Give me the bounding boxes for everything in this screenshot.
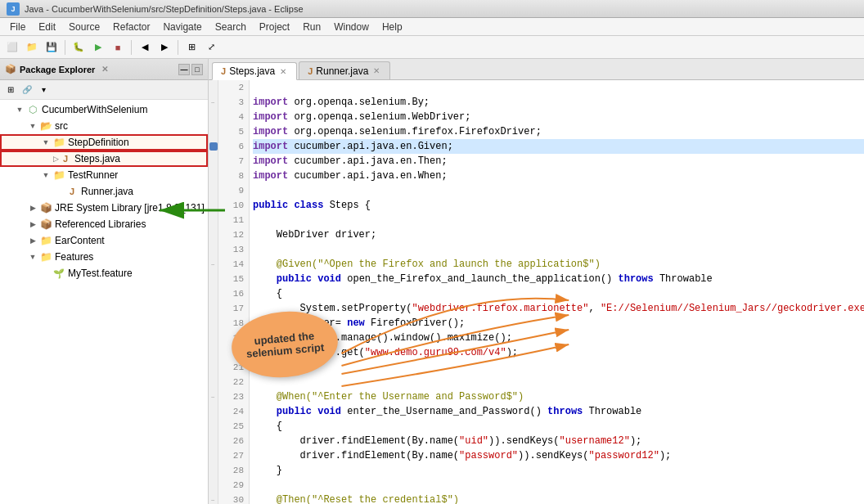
- panel-maximize-btn[interactable]: □: [191, 64, 203, 75]
- left-panel: 📦 Package Explorer ✕ — □ ⊞ 🔗 ▾ ▼ ⬡ Cucum…: [0, 59, 209, 504]
- menu-edit[interactable]: Edit: [32, 20, 62, 34]
- gutter-30[interactable]: −: [209, 493, 218, 504]
- code-line-21: }: [253, 360, 864, 375]
- code-line-13: [253, 242, 864, 257]
- toggle[interactable]: ▼: [26, 119, 39, 133]
- toggle-empty: [52, 185, 65, 198]
- ln-14: 14: [218, 257, 249, 272]
- panel-link-btn[interactable]: 🔗: [20, 83, 34, 97]
- toolbar-back-btn[interactable]: ◀: [136, 38, 154, 56]
- toolbar-perspective-btn[interactable]: ⊞: [182, 38, 200, 56]
- panel-title-label: Package Explorer: [20, 65, 95, 74]
- gutter-14[interactable]: −: [209, 257, 218, 272]
- menu-search[interactable]: Search: [209, 20, 253, 34]
- panel-minimize-btn[interactable]: —: [178, 64, 190, 75]
- menu-help[interactable]: Help: [376, 20, 409, 34]
- toolbar-stop-btn[interactable]: ■: [109, 38, 127, 56]
- code-content[interactable]: import org.openqa.selenium.By; import or…: [250, 80, 864, 504]
- menu-file[interactable]: File: [3, 20, 32, 34]
- gutter-19: [209, 331, 218, 345]
- menu-navigate[interactable]: Navigate: [156, 20, 208, 34]
- gutter-3[interactable]: −: [209, 95, 218, 110]
- tree-item-steps[interactable]: ▷ J Steps.java: [0, 151, 208, 167]
- code-line-5: import org.openqa.selenium.firefox.Firef…: [253, 124, 864, 139]
- panel-title-bar: 📦 Package Explorer ✕ — □: [0, 59, 208, 80]
- java-icon: J: [65, 185, 79, 198]
- gutter-22: [209, 375, 218, 389]
- gutter-18: [209, 316, 218, 331]
- code-editor: − − −: [209, 80, 864, 504]
- code-line-24: public void enter_the_Username_and_Passw…: [253, 404, 864, 419]
- tab-bar: J Steps.java ✕ J Runner.java ✕: [209, 59, 864, 80]
- code-line-16: {: [253, 286, 864, 301]
- ln-5: 5: [218, 124, 249, 139]
- panel-collapse-btn[interactable]: ⊞: [3, 83, 18, 97]
- tree-label: EarContent: [55, 235, 105, 246]
- jar-icon: 📦: [39, 218, 52, 231]
- menu-refactor[interactable]: Refactor: [106, 20, 156, 34]
- code-line-26: driver.findElement(By.name("uid")).sendK…: [253, 434, 864, 448]
- tab-steps-label: Steps.java: [229, 65, 275, 77]
- gutter-26: [209, 434, 218, 448]
- toolbar-new-btn[interactable]: ⬜: [3, 38, 21, 56]
- toggle[interactable]: ▶: [26, 218, 39, 231]
- tree-item-src[interactable]: ▼ 📂 src: [0, 118, 208, 134]
- toggle[interactable]: ▶: [26, 201, 39, 214]
- code-line-11: [253, 213, 864, 227]
- gutter-29: [209, 478, 218, 493]
- panel-menu-btn[interactable]: ▾: [36, 83, 51, 97]
- toggle[interactable]: ▶: [26, 234, 39, 247]
- ln-30: 30: [218, 493, 249, 504]
- ln-15: 15: [218, 272, 249, 286]
- gutter-11: [209, 213, 218, 227]
- menu-window[interactable]: Window: [327, 20, 376, 34]
- gutter-28: [209, 463, 218, 478]
- panel-toolbar: ⊞ 🔗 ▾: [0, 80, 208, 100]
- tree-item-testrunner[interactable]: ▼ 📁 TestRunner: [0, 167, 208, 183]
- tab-steps-close[interactable]: ✕: [278, 67, 288, 76]
- toolbar-sep-1: [65, 40, 65, 55]
- gutter-27: [209, 448, 218, 463]
- tree-label: Referenced Libraries: [55, 218, 146, 230]
- window-title: Java - CucumberWithSelenium/src/StepDefi…: [25, 4, 304, 14]
- jar-icon: 📦: [39, 201, 52, 214]
- toolbar-save-btn[interactable]: 💾: [43, 38, 61, 56]
- code-line-4: import org.openqa.selenium.WebDriver;: [253, 110, 864, 124]
- tree-label: Features: [55, 251, 93, 263]
- tab-runner[interactable]: J Runner.java ✕: [299, 61, 390, 79]
- toggle[interactable]: ▼: [39, 169, 52, 182]
- tree-item-jre[interactable]: ▶ 📦 JRE System Library [jre1.8.0_131]: [0, 200, 208, 216]
- tree-item-runner[interactable]: J Runner.java: [0, 183, 208, 200]
- code-line-30: @Then("^Reset the credential$"): [253, 493, 864, 504]
- toggle[interactable]: ▼: [26, 250, 39, 263]
- code-line-15: public void open_the_Firefox_and_launch_…: [253, 272, 864, 286]
- gutter-25: [209, 419, 218, 434]
- tree-item-cucumber[interactable]: ▼ ⬡ CucumberWithSelenium: [0, 101, 208, 118]
- toolbar-debug-btn[interactable]: 🐛: [70, 38, 88, 56]
- tree-item-mytest[interactable]: 🌱 MyTest.feature: [0, 265, 208, 281]
- toolbar-forward-btn[interactable]: ▶: [155, 38, 173, 56]
- toggle[interactable]: ▼: [13, 103, 26, 116]
- menu-project[interactable]: Project: [253, 20, 296, 34]
- tree-item-earcontent[interactable]: ▶ 📁 EarContent: [0, 232, 208, 249]
- menu-source[interactable]: Source: [62, 20, 106, 34]
- toolbar-maximize-btn[interactable]: ⤢: [202, 38, 220, 56]
- tree-item-reflibs[interactable]: ▶ 📦 Referenced Libraries: [0, 216, 208, 232]
- ln-10: 10: [218, 198, 249, 213]
- gutter-13: [209, 242, 218, 257]
- tree-item-stepdefinition[interactable]: ▼ 📁 StepDefinition: [0, 134, 208, 151]
- tree-item-features[interactable]: ▼ 📁 Features: [0, 249, 208, 265]
- toolbar-open-btn[interactable]: 📁: [23, 38, 41, 56]
- ln-7: 7: [218, 154, 249, 169]
- tree-label: MyTest.feature: [68, 268, 133, 279]
- menu-run[interactable]: Run: [296, 20, 327, 34]
- code-line-7: import cucumber.api.java.en.Then;: [253, 154, 864, 169]
- tab-steps[interactable]: J Steps.java ✕: [212, 62, 297, 80]
- toolbar-run-btn[interactable]: ▶: [89, 38, 107, 56]
- code-line-3: import org.openqa.selenium.By;: [253, 95, 864, 110]
- toggle[interactable]: ▼: [39, 136, 52, 149]
- gutter-4: [209, 110, 218, 124]
- gutter-23[interactable]: −: [209, 389, 218, 404]
- tab-runner-close[interactable]: ✕: [371, 66, 381, 75]
- gutter-15: [209, 272, 218, 286]
